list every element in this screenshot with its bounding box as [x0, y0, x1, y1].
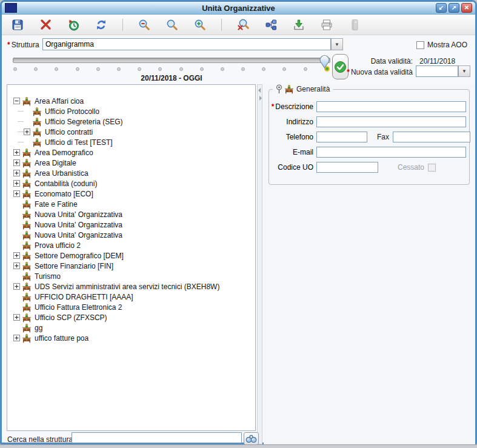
nuova-data-input[interactable] — [416, 65, 458, 77]
expand-icon[interactable] — [13, 180, 20, 187]
toolbar — [2, 15, 475, 35]
organizational-unit-icon — [22, 313, 32, 323]
organizational-unit-icon — [284, 84, 294, 94]
tree-item-label: UFFICIO DRAGHETTI [AAAA] — [35, 293, 133, 301]
slider-thumb[interactable] — [319, 54, 330, 69]
tree-item-label: Prova ufficio 2 — [35, 241, 81, 250]
tree-item[interactable]: Area Affari cioa — [7, 96, 255, 106]
history-button[interactable] — [65, 17, 81, 33]
close-window-button[interactable]: ✕ — [461, 3, 472, 13]
print-button[interactable] — [319, 17, 335, 33]
refresh-button[interactable] — [93, 17, 109, 33]
title-bar[interactable]: Unità Organizzative ↙ ↗ ✕ — [2, 2, 475, 15]
tree-item[interactable]: Ufficio Segreteria (SEG) — [7, 116, 255, 127]
email-input[interactable] — [316, 147, 466, 158]
slider-tick — [96, 67, 100, 71]
window-title: Unità Organizzative — [2, 4, 475, 13]
tree-item[interactable]: Ufficio di Test [TEST] — [7, 137, 255, 147]
indirizzo-input[interactable] — [316, 116, 466, 127]
chevron-down-icon[interactable]: ▼ — [458, 65, 470, 77]
pushpin-icon — [276, 84, 282, 94]
organizational-unit-icon — [22, 96, 32, 106]
tree-item[interactable]: Prova ufficio 2 — [7, 240, 255, 250]
slider-track[interactable] — [13, 58, 330, 63]
tree-item[interactable]: Turismo — [7, 271, 255, 281]
search-button[interactable] — [244, 432, 259, 445]
tree-item[interactable]: Nuova Unita' Organizzativa — [7, 230, 255, 240]
tree-item[interactable]: UDS Servizi amministrativi area servizi … — [7, 281, 255, 292]
mostra-aoo-checkbox[interactable] — [416, 41, 424, 49]
expand-icon[interactable] — [13, 149, 20, 156]
panel-splitter[interactable] — [257, 84, 262, 444]
tree-item[interactable]: Fate e Fatine — [7, 199, 255, 209]
zoom-reset-button[interactable] — [164, 17, 180, 33]
indirizzo-field: Indirizzo — [269, 116, 466, 127]
expand-icon[interactable] — [13, 314, 20, 321]
tree-item[interactable]: uffico fatture poa — [7, 333, 255, 343]
descrizione-input[interactable] — [316, 101, 466, 112]
zoom-icon — [165, 18, 179, 32]
expand-icon[interactable] — [13, 190, 20, 197]
expand-icon[interactable] — [13, 335, 20, 341]
tree-item[interactable]: Area Urbanistica — [7, 168, 255, 178]
expand-icon[interactable] — [13, 262, 20, 269]
expand-icon[interactable] — [13, 170, 20, 176]
tree-item[interactable]: UFFICIO DRAGHETTI [AAAA] — [7, 292, 255, 302]
tree-item-label: Ufficio contratti — [45, 128, 93, 136]
chevron-down-icon[interactable]: ▼ — [331, 38, 343, 50]
expand-icon[interactable] — [13, 283, 20, 290]
tree-item-label: Contabilità (coduni) — [35, 179, 97, 188]
telefono-label: Telefono — [269, 133, 313, 141]
export-button[interactable] — [291, 17, 307, 33]
zoom-out-icon — [138, 18, 151, 32]
tree-item[interactable]: Nuova Unita' Organizzativa — [7, 209, 255, 219]
codice-uo-input[interactable] — [316, 162, 378, 173]
restore-window-button[interactable]: ↙ — [436, 3, 447, 13]
slider-tick — [200, 67, 204, 71]
expand-icon[interactable] — [13, 159, 20, 166]
org-chart-icon — [264, 18, 278, 32]
telefono-input[interactable] — [316, 132, 367, 142]
organizational-unit-icon — [22, 220, 32, 230]
tree-item-label: Fate e Fatine — [35, 200, 78, 209]
collapse-left-icon[interactable] — [258, 88, 261, 93]
tree-item[interactable]: Area Digitale — [7, 158, 255, 168]
collapse-right-icon[interactable] — [259, 96, 262, 101]
tree-item-label: Nuova Unita' Organizzativa — [35, 210, 122, 219]
organizational-unit-icon — [22, 169, 32, 178]
tree-item[interactable]: Ufficio SCP (ZFXSCP) — [7, 312, 255, 323]
delete-button[interactable] — [38, 17, 53, 33]
tree-item-label: gg — [35, 324, 42, 332]
tree-item-label: Ufficio Segreteria (SEG) — [45, 118, 123, 126]
zoom-out-button[interactable] — [136, 17, 152, 33]
tree-item[interactable]: Settore Demografico [DEM] — [7, 250, 255, 261]
expand-icon[interactable] — [13, 252, 20, 259]
org-chart-button[interactable] — [263, 17, 279, 33]
maximize-window-button[interactable]: ↗ — [449, 3, 459, 13]
fax-input[interactable] — [393, 132, 470, 142]
clear-search-button[interactable] — [235, 17, 251, 33]
collapse-icon[interactable] — [13, 98, 20, 104]
tree-item-label: Ufficio Protocollo — [45, 107, 99, 116]
tree-item[interactable]: Nuova Unita' Organizzativa — [7, 219, 255, 230]
slider-tick — [282, 67, 286, 71]
struttura-input[interactable] — [42, 38, 331, 50]
search-input[interactable] — [72, 432, 242, 443]
tree-item[interactable]: Ufficio Fattura Elettronica 2 — [7, 302, 255, 312]
tree-item[interactable]: gg — [7, 323, 255, 333]
tree-item[interactable]: Economato [ECO] — [7, 189, 255, 199]
slider-tick — [158, 67, 162, 71]
struttura-label: *Struttura — [7, 41, 39, 49]
tree-item[interactable]: Area Demografico — [7, 147, 255, 158]
save-button[interactable] — [10, 17, 25, 33]
org-tree: Area Affari cioaUfficio ProtocolloUffici… — [7, 84, 256, 431]
tree-item-label: UDS Servizi amministrativi area servizi … — [35, 283, 219, 291]
tree-item[interactable]: Ufficio contratti — [7, 127, 255, 137]
tree-item[interactable]: Settore Finanziario [FIN] — [7, 261, 255, 271]
zoom-in-button[interactable] — [192, 17, 208, 33]
organizational-unit-icon — [22, 179, 32, 189]
tree-item[interactable]: Contabilità (coduni) — [7, 178, 255, 189]
tree-item-label: Nuova Unita' Organizzativa — [35, 231, 122, 239]
tree-item[interactable]: Ufficio Protocollo — [7, 106, 255, 116]
expand-icon[interactable] — [24, 129, 30, 135]
